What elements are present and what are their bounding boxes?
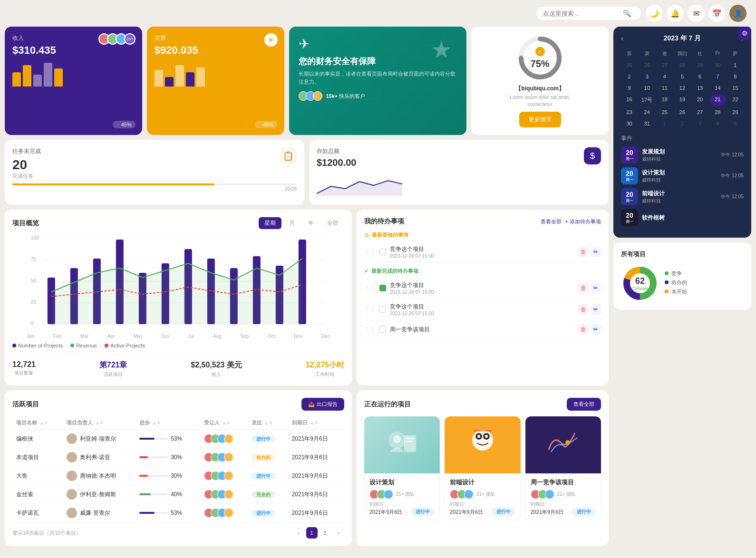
cal-day-14[interactable]: 14 xyxy=(709,83,726,93)
cal-day-3[interactable]: 3 xyxy=(639,71,655,82)
notifications-button[interactable]: 🔔 xyxy=(667,5,684,22)
td-due-2: 2021年9月6日 xyxy=(288,467,344,485)
todo-delete-2[interactable]: 🗑 xyxy=(578,283,589,293)
cal-day-16[interactable]: 16 xyxy=(621,94,638,106)
checkbox-2[interactable] xyxy=(379,285,386,291)
more-details-button[interactable]: 更多细节 xyxy=(519,112,561,127)
table-row: 本道项目奥利弗·诺亚30%待办的2021年9月6日 xyxy=(12,448,344,467)
cal-day-13[interactable]: 13 xyxy=(692,83,708,93)
cal-day-1-next[interactable]: 1 xyxy=(656,118,673,129)
todo-delete-1[interactable]: 🗑 xyxy=(578,247,589,257)
search-input[interactable] xyxy=(543,10,619,17)
rp-card-monday-title: 周一竞争该项目 xyxy=(531,478,596,487)
user-avatar[interactable]: 👤 xyxy=(729,5,746,22)
page-1-button[interactable]: 1 xyxy=(306,527,318,539)
cal-day-2[interactable]: 2 xyxy=(621,71,638,82)
cal-day-23[interactable]: 23 xyxy=(621,107,638,117)
stat-projects-label: 项目数量 xyxy=(12,370,36,376)
cal-day-6[interactable]: 6 xyxy=(692,71,708,82)
stat-revenue: $2,50,523 美元 收入 xyxy=(191,360,242,378)
todo-view-all-link[interactable]: 查看全部 xyxy=(541,218,562,225)
cal-day-17[interactable]: 17号 xyxy=(639,94,655,106)
legend-revenue: Revenue xyxy=(70,343,97,348)
calendar-title: 2023 年 7 月 xyxy=(664,34,701,43)
cal-day-29[interactable]: 29 xyxy=(727,107,744,117)
dark-mode-button[interactable]: 🌙 xyxy=(646,5,663,22)
todo-edit-1[interactable]: ✏ xyxy=(591,247,601,257)
cal-day-20[interactable]: 20 xyxy=(692,94,708,106)
td-name-3: 金丝雀 xyxy=(12,485,63,504)
stat-active-num: 第721章 xyxy=(99,360,127,370)
cal-day-19[interactable]: 19 xyxy=(674,94,690,106)
tab-all[interactable]: 全部 xyxy=(321,217,344,229)
tab-month[interactable]: 月 xyxy=(283,217,300,229)
todo-done-label: ✓ 最新完成的待办事项 xyxy=(364,268,601,275)
cal-day-8[interactable]: 8 xyxy=(727,71,744,82)
cal-day-22[interactable]: 22 xyxy=(727,94,744,106)
sort-icon-status[interactable]: ▲▼ xyxy=(264,421,273,425)
todo-edit-2[interactable]: ✏ xyxy=(591,283,601,293)
todo-edit-4[interactable]: ✏ xyxy=(591,324,601,335)
cal-day-11[interactable]: 11 xyxy=(656,83,673,93)
expenses-card: + 花费 $920.035 ↑ 45% xyxy=(147,27,284,135)
page-2-button[interactable]: 2 xyxy=(320,527,331,539)
cal-day-31[interactable]: 31 xyxy=(639,118,655,129)
checkbox-4[interactable] xyxy=(379,326,386,333)
cal-day-26[interactable]: 26 xyxy=(674,107,690,117)
todo-delete-4[interactable]: 🗑 xyxy=(578,324,589,335)
calendar-gear-button[interactable]: ⚙ xyxy=(738,27,751,40)
sort-icon-lead[interactable]: ▲▼ xyxy=(95,421,104,425)
checkbox-3[interactable] xyxy=(379,306,386,313)
checkbox-1[interactable] xyxy=(379,249,386,255)
frontend-avatars xyxy=(450,490,474,499)
cal-day-7[interactable]: 7 xyxy=(709,71,726,82)
page-next-button[interactable]: › xyxy=(333,527,344,539)
todo-delete-3[interactable]: 🗑 xyxy=(578,304,589,315)
cal-day-4-next[interactable]: 4 xyxy=(709,118,726,129)
cal-day-26-prev[interactable]: 26 xyxy=(639,60,655,70)
cal-day-28-prev[interactable]: 28 xyxy=(674,60,690,70)
cal-day-21[interactable]: 21 xyxy=(709,94,726,106)
tab-week[interactable]: 星期 xyxy=(259,217,281,229)
svg-rect-28 xyxy=(407,438,414,439)
cal-day-12[interactable]: 12 xyxy=(674,83,690,93)
cal-day-25[interactable]: 25 xyxy=(656,107,673,117)
search-box[interactable]: 🔍 xyxy=(536,7,641,20)
tab-year[interactable]: 年 xyxy=(302,217,320,229)
cal-day-10[interactable]: 10 xyxy=(639,83,655,93)
cal-day-30[interactable]: 30 xyxy=(621,118,638,129)
cal-day-3-next[interactable]: 3 xyxy=(692,118,708,129)
promo-avatars xyxy=(299,91,322,101)
cal-day-27-prev[interactable]: 27 xyxy=(656,60,673,70)
cal-day-4[interactable]: 4 xyxy=(656,71,673,82)
cal-day-5-next[interactable]: 5 xyxy=(727,118,744,129)
calendar-button[interactable]: 📅 xyxy=(708,5,726,22)
cal-day-27[interactable]: 27 xyxy=(692,107,708,117)
cal-day-29-prev[interactable]: 29 xyxy=(692,60,708,70)
export-report-button[interactable]: 📤 出口报告 xyxy=(301,398,344,411)
todo-edit-3[interactable]: ✏ xyxy=(591,304,601,315)
page-prev-button[interactable]: ‹ xyxy=(293,527,304,539)
cal-day-15[interactable]: 15 xyxy=(727,83,744,93)
cal-day-30-prev[interactable]: 30 xyxy=(709,60,726,70)
todo-item-1-actions: 🗑 ✏ xyxy=(578,247,601,257)
frontend-illustration xyxy=(464,426,502,464)
sort-icon-assignee[interactable]: ▲▼ xyxy=(222,421,231,425)
mail-button[interactable]: ✉ xyxy=(688,5,705,22)
calendar-prev-button[interactable]: ‹ xyxy=(621,34,623,43)
sort-icon-progress[interactable]: ▲▼ xyxy=(152,421,161,425)
cal-day-9[interactable]: 9 xyxy=(621,83,638,93)
cal-day-5[interactable]: 5 xyxy=(674,71,690,82)
sort-icon-name[interactable]: ▲▼ xyxy=(39,421,48,425)
cal-day-1[interactable]: 1 xyxy=(727,60,744,70)
cal-day-28[interactable]: 28 xyxy=(709,107,726,117)
todo-add-button[interactable]: + 添加待办事项 xyxy=(565,218,601,225)
cal-day-25-prev[interactable]: 25 xyxy=(621,60,638,70)
view-all-button[interactable]: 查看全部 xyxy=(567,398,601,411)
todo-date-2: 2023-12-26 07:15:00 xyxy=(390,289,574,295)
cal-day-2-next[interactable]: 2 xyxy=(674,118,690,129)
cal-day-18[interactable]: 18 xyxy=(656,94,673,106)
td-progress-0: 53% xyxy=(136,430,200,448)
sort-icon-due[interactable]: ▲▼ xyxy=(310,421,319,425)
cal-day-24[interactable]: 24 xyxy=(639,107,655,117)
